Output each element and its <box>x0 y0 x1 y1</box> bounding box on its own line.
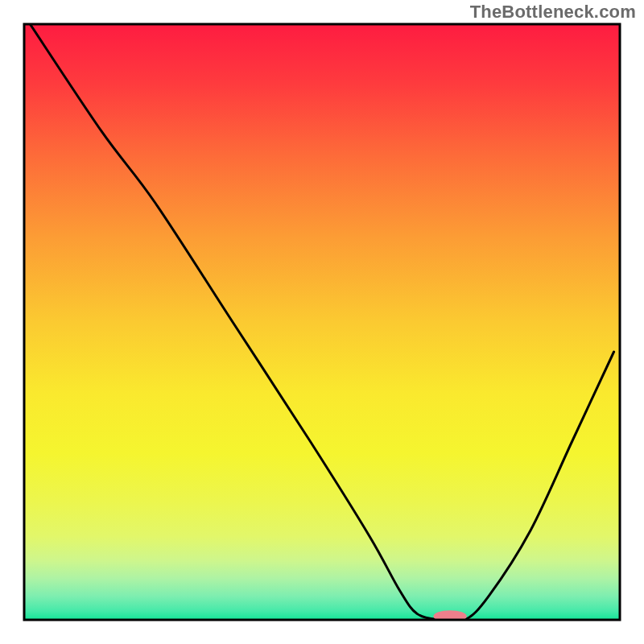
bottleneck-chart <box>0 0 644 644</box>
chart-container: TheBottleneck.com <box>0 0 644 644</box>
